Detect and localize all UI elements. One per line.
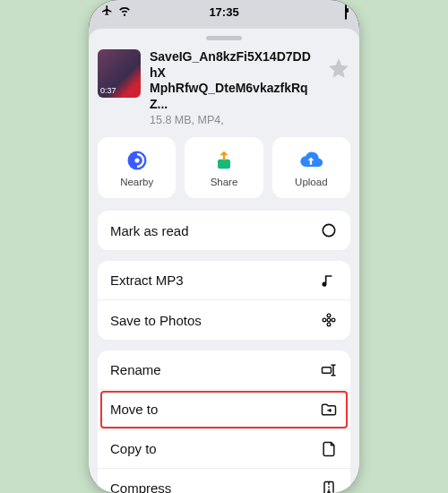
file-name-line1: SaveIG_An8kzFi5X14D7DDhX (150, 49, 311, 80)
quick-actions: Nearby Share Upload (98, 137, 350, 198)
list-group-3: Rename Move to Copy to (98, 350, 350, 493)
svg-point-3 (323, 224, 334, 236)
save-to-photos-item[interactable]: Save to Photos (98, 300, 350, 340)
mark-as-read-item[interactable]: Mark as read (98, 211, 350, 250)
svg-point-4 (327, 318, 331, 322)
document-icon (320, 440, 338, 458)
battery-icon (345, 5, 347, 19)
svg-point-8 (332, 318, 335, 322)
photos-flower-icon (320, 311, 338, 329)
svg-rect-2 (218, 160, 230, 169)
music-note-icon (320, 272, 338, 290)
rename-cursor-icon (320, 361, 338, 379)
svg-point-7 (323, 318, 326, 322)
file-name-line2: MphRfwQ_DteM6vkazfkRqZ... (150, 81, 308, 111)
screen: 17:35 0:37 SaveIG_An8kzFi5X14D7DDhX MphR… (89, 0, 359, 493)
extract-mp3-item[interactable]: Extract MP3 (98, 261, 350, 300)
svg-point-5 (327, 314, 331, 317)
action-sheet: 0:37 SaveIG_An8kzFi5X14D7DDhX MphRfwQ_Dt… (89, 29, 359, 493)
circle-outline-icon (320, 221, 338, 239)
share-button[interactable]: Share (185, 137, 263, 198)
svg-point-6 (327, 323, 331, 326)
sheet-grabber[interactable] (206, 36, 242, 40)
list-group-2: Extract MP3 Save to Photos (98, 261, 350, 340)
upload-label: Upload (295, 177, 327, 187)
svg-rect-9 (323, 367, 332, 373)
airplane-icon (101, 4, 113, 19)
zip-icon (320, 480, 338, 494)
file-header: 0:37 SaveIG_An8kzFi5X14D7DDhX MphRfwQ_Dt… (98, 49, 350, 126)
copy-to-item[interactable]: Copy to (98, 429, 350, 469)
list-group-1: Mark as read (98, 211, 350, 250)
rename-item[interactable]: Rename (98, 350, 350, 390)
status-bar: 17:35 (89, 0, 359, 23)
move-to-item[interactable]: Move to (98, 390, 350, 429)
nearby-label: Nearby (120, 177, 153, 187)
wifi-icon (118, 4, 131, 20)
svg-point-1 (134, 158, 139, 162)
video-thumbnail[interactable]: 0:37 (98, 49, 141, 98)
svg-point-11 (328, 491, 330, 493)
upload-button[interactable]: Upload (272, 137, 350, 198)
favorite-star-icon[interactable] (327, 56, 350, 80)
share-label: Share (211, 177, 238, 187)
nearby-button[interactable]: Nearby (98, 137, 176, 198)
folder-arrow-icon (320, 401, 338, 419)
file-subtitle: 15.8 MB, MP4, (150, 114, 318, 126)
compress-item[interactable]: Compress (98, 469, 350, 493)
phone-frame: 17:35 0:37 SaveIG_An8kzFi5X14D7DDhX MphR… (89, 0, 359, 493)
video-duration: 0:37 (100, 86, 116, 95)
